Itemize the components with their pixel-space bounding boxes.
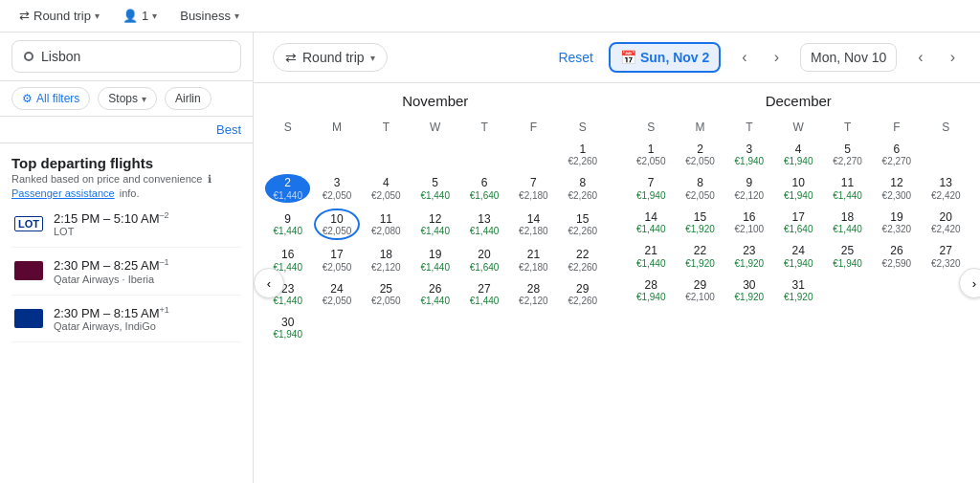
- day-price: €2,260: [568, 296, 597, 306]
- table-cell[interactable]: 15€1,920: [676, 206, 724, 239]
- table-cell[interactable]: 31€1,920: [774, 274, 823, 307]
- flight-card-2[interactable]: 2:30 PM – 8:15 AM+1 Qatar Airways, IndiG…: [11, 296, 241, 342]
- top-departing-sub: Ranked based on price and convenience ℹ: [11, 173, 241, 186]
- day-number: 8: [697, 176, 703, 189]
- table-cell[interactable]: 6€2,270: [872, 138, 921, 171]
- table-cell[interactable]: 8€2,050: [676, 171, 724, 205]
- date-right-prev[interactable]: ‹: [912, 47, 928, 68]
- passengers-button[interactable]: 👤 1 ▾: [115, 5, 165, 27]
- selected-date-left[interactable]: 📅 Sun, Nov 2: [609, 42, 721, 73]
- table-cell[interactable]: 26€1,440: [411, 277, 459, 311]
- table-cell[interactable]: 29€2,100: [676, 274, 724, 307]
- table-cell[interactable]: 25€2,050: [362, 277, 411, 311]
- table-cell[interactable]: 6€1,640: [459, 171, 508, 205]
- day-number: 14: [644, 210, 657, 224]
- day-number: 19: [890, 210, 902, 224]
- table-cell[interactable]: 21€2,180: [509, 243, 558, 276]
- lot-logo: LOT: [11, 212, 46, 235]
- day-number: 24: [792, 244, 805, 257]
- passenger-assistance-link[interactable]: Passenger assistance: [11, 187, 115, 199]
- round-trip-selector[interactable]: ⇄ Round trip ▾: [273, 43, 388, 72]
- day-price: €2,120: [519, 296, 548, 306]
- day-number: 22: [576, 248, 589, 261]
- table-cell[interactable]: 15€2,260: [558, 206, 607, 243]
- table-cell[interactable]: 30€1,940: [263, 311, 312, 344]
- table-cell[interactable]: 27€1,440: [459, 277, 508, 311]
- table-cell[interactable]: 17€2,050: [312, 243, 361, 276]
- table-cell[interactable]: 16€2,100: [724, 206, 773, 239]
- day-number: 23: [743, 244, 755, 257]
- table-cell[interactable]: 10€1,940: [774, 171, 823, 205]
- day-price: €1,920: [685, 224, 715, 234]
- table-cell[interactable]: 30€1,920: [724, 274, 773, 307]
- table-cell[interactable]: 1€2,050: [627, 138, 676, 171]
- table-cell[interactable]: 21€1,440: [627, 239, 676, 273]
- table-cell[interactable]: 3€2,050: [312, 171, 361, 205]
- table-cell[interactable]: 7€2,180: [509, 171, 558, 205]
- table-cell[interactable]: 27€2,320: [922, 239, 970, 273]
- table-cell[interactable]: 23€1,920: [724, 239, 773, 273]
- table-cell[interactable]: 4€1,940: [774, 138, 823, 171]
- best-tab[interactable]: Best: [0, 117, 253, 143]
- table-cell: [312, 138, 361, 171]
- table-cell[interactable]: 22€1,920: [676, 239, 724, 273]
- table-cell[interactable]: 14€1,440: [627, 206, 676, 239]
- table-cell[interactable]: 14€2,180: [509, 206, 558, 243]
- table-cell[interactable]: 1€2,260: [558, 138, 607, 171]
- flight-info-1: 2:30 PM – 8:25 AM–1 Qatar Airways · Iber…: [54, 257, 241, 284]
- table-cell[interactable]: 11€2,080: [362, 206, 411, 243]
- table-cell[interactable]: 28€1,940: [627, 274, 676, 307]
- table-cell[interactable]: 7€1,940: [627, 171, 676, 205]
- trip-type-button[interactable]: ⇄ Round trip ▾: [11, 5, 107, 27]
- table-cell[interactable]: 12€2,300: [872, 171, 921, 205]
- table-cell[interactable]: 9€1,440: [263, 206, 312, 243]
- table-cell[interactable]: 19€2,320: [872, 206, 921, 239]
- table-cell[interactable]: 28€2,120: [509, 277, 558, 311]
- table-cell[interactable]: 25€1,940: [823, 239, 872, 273]
- table-cell[interactable]: 29€2,260: [558, 277, 607, 311]
- table-cell[interactable]: 24€2,050: [312, 277, 361, 311]
- flight-card-0[interactable]: LOT 2:15 PM – 5:10 AM–2 LOT: [11, 201, 241, 248]
- table-cell[interactable]: 18€1,440: [823, 206, 872, 239]
- reset-button[interactable]: Reset: [558, 50, 593, 65]
- table-cell[interactable]: 18€2,120: [362, 243, 411, 276]
- day-number: 18: [380, 248, 392, 261]
- flight-airline-2: Qatar Airways, IndiGo: [54, 320, 241, 332]
- stops-button[interactable]: Stops ▾: [98, 87, 157, 110]
- main-layout: Lisbon ⚙ All filters Stops ▾ Airlin Best…: [0, 33, 980, 483]
- origin-input[interactable]: Lisbon: [11, 40, 241, 73]
- table-cell[interactable]: 10€2,050: [312, 206, 361, 243]
- table-cell[interactable]: 17€1,640: [774, 206, 823, 239]
- table-cell[interactable]: 2€1,440: [263, 171, 312, 205]
- table-cell[interactable]: 26€2,590: [872, 239, 921, 273]
- table-cell[interactable]: 5€2,270: [823, 138, 872, 171]
- date-left-prev[interactable]: ‹: [736, 47, 752, 68]
- table-cell[interactable]: 3€1,940: [724, 138, 773, 171]
- table-cell[interactable]: 5€1,440: [411, 171, 459, 205]
- table-cell[interactable]: 11€1,440: [823, 171, 872, 205]
- table-cell[interactable]: 9€2,120: [724, 171, 773, 205]
- table-cell[interactable]: 22€2,260: [558, 243, 607, 276]
- all-filters-button[interactable]: ⚙ All filters: [11, 87, 90, 110]
- table-cell[interactable]: 13€2,420: [922, 171, 970, 205]
- table-cell[interactable]: 20€2,420: [922, 206, 970, 239]
- november-grid: SMTWTFS 1€2,2602€1,4403€2,0504€2,0505€1,…: [263, 117, 608, 344]
- date-right-next[interactable]: ›: [945, 47, 961, 68]
- info-extra: info.: [120, 187, 140, 199]
- selected-date-right[interactable]: Mon, Nov 10: [800, 43, 897, 72]
- table-cell[interactable]: 4€2,050: [362, 171, 411, 205]
- table-cell[interactable]: 24€1,940: [774, 239, 823, 273]
- flight-card-1[interactable]: 2:30 PM – 8:25 AM–1 Qatar Airways · Iber…: [11, 248, 241, 295]
- table-cell[interactable]: 12€1,440: [411, 206, 459, 243]
- day-price: €2,180: [519, 262, 548, 273]
- calendar-prev-button[interactable]: ‹: [254, 268, 284, 298]
- airlines-button[interactable]: Airlin: [165, 87, 212, 110]
- table-cell[interactable]: 2€2,050: [676, 138, 724, 171]
- travel-class-button[interactable]: Business ▾: [172, 5, 247, 27]
- table-cell[interactable]: 8€2,260: [558, 171, 607, 205]
- table-cell[interactable]: 19€1,440: [411, 243, 459, 276]
- date-left-next[interactable]: ›: [768, 47, 785, 68]
- table-cell[interactable]: 13€1,440: [459, 206, 508, 243]
- day-header-F: F: [872, 117, 921, 138]
- table-cell[interactable]: 20€1,640: [459, 243, 508, 276]
